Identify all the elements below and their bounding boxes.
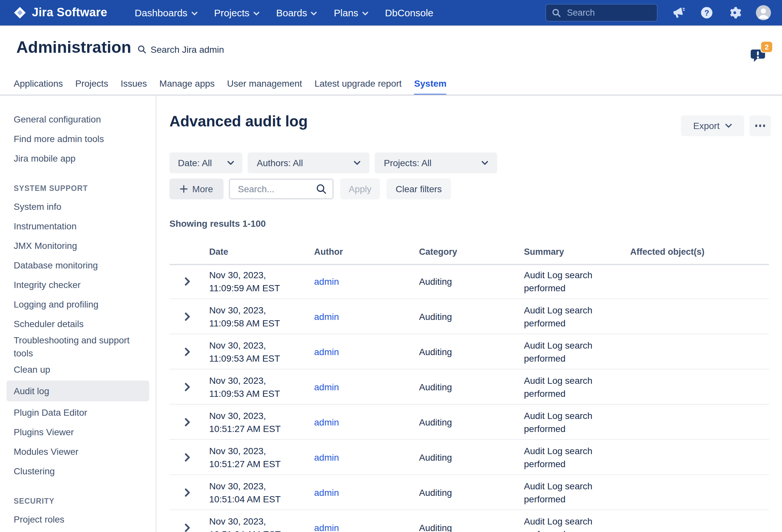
row-expand-chevron-icon[interactable]: [184, 453, 191, 461]
tab-latest-upgrade-report[interactable]: Latest upgrade report: [314, 78, 402, 95]
sidebar-item-jira-mobile-app[interactable]: Jira mobile app: [0, 148, 156, 168]
sidebar-item-general-configuration[interactable]: General configuration: [0, 109, 156, 129]
sidebar-item-system-info[interactable]: System info: [0, 197, 156, 216]
row-summary: Audit Log searchperformed: [524, 268, 592, 294]
settings-gear-icon[interactable]: [728, 6, 742, 20]
author-link[interactable]: admin: [314, 417, 339, 427]
sidebar-item-instrumentation[interactable]: Instrumentation: [0, 216, 156, 236]
table-row[interactable]: Nov 30, 2023,10:51:27 AM EST admin Audit…: [170, 404, 769, 440]
sidebar-item-modules-viewer[interactable]: Modules Viewer: [0, 442, 156, 461]
row-expand-chevron-icon[interactable]: [184, 277, 191, 285]
filter-search-box[interactable]: [229, 179, 334, 200]
nav-item-dbconsole[interactable]: DbConsole: [385, 7, 433, 18]
sidebar-item-global-permissions[interactable]: Global permissions: [0, 529, 156, 532]
admin-search[interactable]: Search Jira admin: [138, 44, 224, 55]
nav-item-dashboards[interactable]: Dashboards: [135, 7, 197, 18]
tab-applications[interactable]: Applications: [14, 78, 63, 95]
jira-logo-text: Jira Software: [32, 6, 107, 20]
sidebar-section-security: SECURITY: [0, 493, 156, 509]
tab-projects[interactable]: Projects: [75, 78, 108, 95]
column-header-category: Category: [419, 247, 457, 257]
author-link[interactable]: admin: [314, 382, 339, 392]
user-avatar[interactable]: [756, 5, 771, 20]
row-summary: Audit Log searchperformed: [524, 479, 592, 505]
row-expand-chevron-icon[interactable]: [184, 383, 191, 391]
nav-item-boards[interactable]: Boards: [276, 7, 317, 18]
export-button-label: Export: [694, 120, 720, 131]
sidebar-item-project-roles[interactable]: Project roles: [0, 509, 156, 529]
ellipsis-icon: [755, 125, 757, 127]
export-button[interactable]: Export: [681, 115, 744, 136]
filter-search-input[interactable]: [237, 183, 312, 195]
author-link[interactable]: admin: [314, 522, 339, 532]
row-expand-chevron-icon[interactable]: [184, 418, 191, 426]
sidebar-item-jmx-monitoring[interactable]: JMX Monitoring: [0, 236, 156, 255]
more-filters-label: More: [192, 184, 213, 194]
row-author: admin: [314, 521, 339, 532]
date-filter-label: Date: All: [178, 158, 212, 168]
author-link[interactable]: admin: [314, 487, 339, 497]
sidebar-item-database-monitoring[interactable]: Database monitoring: [0, 255, 156, 275]
more-filters-button[interactable]: More: [170, 179, 223, 200]
table-row[interactable]: Nov 30, 2023,11:09:58 AM EST admin Audit…: [170, 299, 769, 334]
sidebar-item-logging-and-profiling[interactable]: Logging and profiling: [0, 294, 156, 314]
table-row[interactable]: Nov 30, 2023,10:51:27 AM EST admin Audit…: [170, 440, 769, 475]
search-icon: [552, 8, 561, 17]
sidebar-item-scheduler-details[interactable]: Scheduler details: [0, 314, 156, 333]
author-link[interactable]: admin: [314, 276, 339, 286]
author-link[interactable]: admin: [314, 452, 339, 462]
table-row[interactable]: Nov 30, 2023,10:51:04 AM EST admin Audit…: [170, 510, 769, 532]
row-summary: Audit Log searchperformed: [524, 409, 592, 435]
tab-system[interactable]: System: [414, 78, 447, 95]
tab-manage-apps[interactable]: Manage apps: [159, 78, 215, 95]
sidebar-item-troubleshooting-and-support-tools[interactable]: Troubleshooting and support tools: [0, 333, 156, 360]
sidebar-item-plugins-viewer[interactable]: Plugins Viewer: [0, 422, 156, 442]
row-expand-chevron-icon[interactable]: [184, 488, 191, 496]
table-row[interactable]: Nov 30, 2023,11:09:53 AM EST admin Audit…: [170, 369, 769, 404]
nav-menu: DashboardsProjectsBoardsPlansDbConsole: [135, 7, 433, 18]
sidebar-item-audit-log[interactable]: Audit log: [6, 381, 149, 401]
row-category: Auditing: [419, 415, 452, 428]
notifications-bubble-icon[interactable]: 2: [749, 47, 768, 64]
row-summary: Audit Log searchperformed: [524, 515, 592, 532]
global-search-input[interactable]: [566, 7, 652, 18]
jira-logo[interactable]: Jira Software: [13, 6, 107, 20]
date-filter-dropdown[interactable]: Date: All: [170, 152, 242, 173]
sidebar-item-integrity-checker[interactable]: Integrity checker: [0, 275, 156, 294]
row-date: Nov 30, 2023,10:51:27 AM EST: [209, 444, 281, 470]
more-actions-button[interactable]: [749, 115, 771, 136]
table-row[interactable]: Nov 30, 2023,10:51:04 AM EST admin Audit…: [170, 475, 769, 510]
authors-filter-dropdown[interactable]: Authors: All: [248, 152, 369, 173]
nav-item-label: DbConsole: [385, 7, 433, 18]
sidebar-item-plugin-data-editor[interactable]: Plugin Data Editor: [0, 403, 156, 422]
nav-item-label: Plans: [334, 7, 358, 18]
results-count-label: Showing results 1-100: [170, 218, 266, 229]
sidebar-item-clustering[interactable]: Clustering: [0, 461, 156, 481]
row-expand-chevron-icon[interactable]: [184, 347, 191, 356]
system-sidebar: General configurationFind more admin too…: [0, 96, 156, 532]
row-author: admin: [314, 451, 339, 464]
tab-user-management[interactable]: User management: [227, 78, 302, 95]
clear-filters-button[interactable]: Clear filters: [386, 179, 451, 200]
author-link[interactable]: admin: [314, 311, 339, 322]
apply-button[interactable]: Apply: [340, 179, 380, 200]
row-expand-chevron-icon[interactable]: [184, 523, 191, 532]
tab-issues[interactable]: Issues: [120, 78, 147, 95]
row-expand-chevron-icon[interactable]: [184, 312, 191, 321]
help-icon[interactable]: ?: [700, 6, 714, 20]
author-link[interactable]: admin: [314, 346, 339, 357]
sidebar-item-find-more-admin-tools[interactable]: Find more admin tools: [0, 129, 156, 148]
nav-item-projects[interactable]: Projects: [214, 7, 259, 18]
table-row[interactable]: Nov 30, 2023,11:09:59 AM EST admin Audit…: [170, 264, 769, 299]
nav-item-plans[interactable]: Plans: [334, 7, 368, 18]
global-search[interactable]: [545, 4, 657, 22]
notification-count-badge: 2: [761, 42, 772, 52]
row-category: Auditing: [419, 380, 452, 393]
projects-filter-dropdown[interactable]: Projects: All: [375, 152, 497, 173]
table-row[interactable]: Nov 30, 2023,11:09:53 AM EST admin Audit…: [170, 334, 769, 369]
chevron-down-icon: [482, 161, 488, 165]
sidebar-item-clean-up[interactable]: Clean up: [0, 360, 156, 379]
plus-icon: [180, 185, 188, 193]
page-title: Administration: [16, 38, 131, 57]
announcement-megaphone-icon[interactable]: [672, 6, 685, 20]
